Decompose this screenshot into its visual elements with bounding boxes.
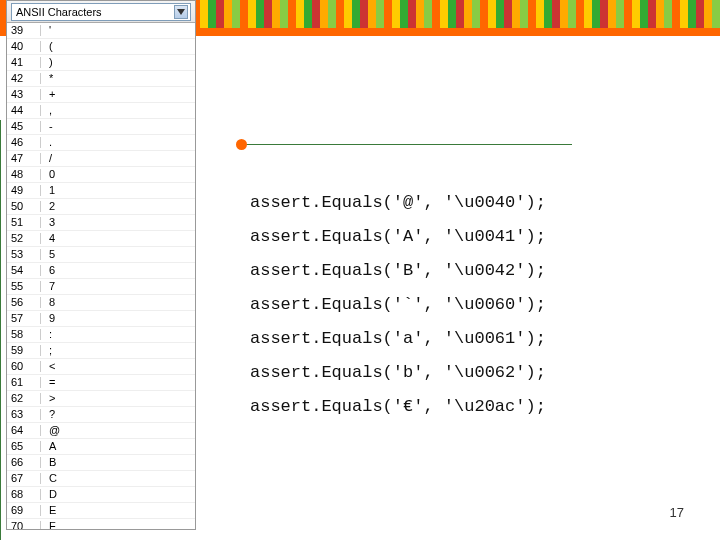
table-row[interactable]: 64@ bbox=[7, 423, 195, 439]
character-grid[interactable]: 39'40(41)42*43+44,45-46.47/4804915025135… bbox=[7, 23, 195, 529]
table-row[interactable]: 68D bbox=[7, 487, 195, 503]
char-code: 61 bbox=[7, 377, 41, 388]
table-row[interactable]: 46. bbox=[7, 135, 195, 151]
charset-dropdown[interactable]: ANSII Characters bbox=[11, 3, 191, 21]
table-row[interactable]: 39' bbox=[7, 23, 195, 39]
char-glyph: ' bbox=[41, 25, 195, 36]
table-row[interactable]: 63? bbox=[7, 407, 195, 423]
char-code: 67 bbox=[7, 473, 41, 484]
char-glyph: 0 bbox=[41, 169, 195, 180]
char-code: 70 bbox=[7, 521, 41, 529]
char-glyph: D bbox=[41, 489, 195, 500]
char-glyph: 2 bbox=[41, 201, 195, 212]
table-row[interactable]: 45- bbox=[7, 119, 195, 135]
table-row[interactable]: 62> bbox=[7, 391, 195, 407]
char-glyph: ) bbox=[41, 57, 195, 68]
panel-header: ANSII Characters bbox=[7, 1, 195, 23]
table-row[interactable]: 61= bbox=[7, 375, 195, 391]
char-glyph: E bbox=[41, 505, 195, 516]
char-glyph: ( bbox=[41, 41, 195, 52]
table-row[interactable]: 568 bbox=[7, 295, 195, 311]
characters-panel: ANSII Characters 39'40(41)42*43+44,45-46… bbox=[6, 0, 196, 530]
char-glyph: A bbox=[41, 441, 195, 452]
char-code: 48 bbox=[7, 169, 41, 180]
table-row[interactable]: 579 bbox=[7, 311, 195, 327]
char-code: 69 bbox=[7, 505, 41, 516]
char-glyph: B bbox=[41, 457, 195, 468]
table-row[interactable]: 67C bbox=[7, 471, 195, 487]
char-code: 39 bbox=[7, 25, 41, 36]
table-row[interactable]: 513 bbox=[7, 215, 195, 231]
char-code: 47 bbox=[7, 153, 41, 164]
table-row[interactable]: 69E bbox=[7, 503, 195, 519]
char-code: 41 bbox=[7, 57, 41, 68]
page-number: 17 bbox=[670, 505, 684, 520]
table-row[interactable]: 491 bbox=[7, 183, 195, 199]
char-glyph: F bbox=[41, 521, 195, 529]
char-glyph: 3 bbox=[41, 217, 195, 228]
char-code: 54 bbox=[7, 265, 41, 276]
char-glyph: , bbox=[41, 105, 195, 116]
char-glyph: / bbox=[41, 153, 195, 164]
main-area: assert.Equals('@', '\u0040'); assert.Equ… bbox=[200, 36, 712, 532]
code-block: assert.Equals('@', '\u0040'); assert.Equ… bbox=[250, 186, 692, 424]
char-code: 65 bbox=[7, 441, 41, 452]
table-row[interactable]: 524 bbox=[7, 231, 195, 247]
char-glyph: > bbox=[41, 393, 195, 404]
char-code: 58 bbox=[7, 329, 41, 340]
char-glyph: * bbox=[41, 73, 195, 84]
char-code: 43 bbox=[7, 89, 41, 100]
char-glyph: . bbox=[41, 137, 195, 148]
char-glyph: ; bbox=[41, 345, 195, 356]
char-code: 53 bbox=[7, 249, 41, 260]
char-code: 40 bbox=[7, 41, 41, 52]
table-row[interactable]: 66B bbox=[7, 455, 195, 471]
table-row[interactable]: 42* bbox=[7, 71, 195, 87]
dropdown-label: ANSII Characters bbox=[16, 6, 102, 18]
char-glyph: 1 bbox=[41, 185, 195, 196]
char-glyph: 7 bbox=[41, 281, 195, 292]
chevron-down-icon[interactable] bbox=[174, 5, 188, 19]
table-row[interactable]: 41) bbox=[7, 55, 195, 71]
table-row[interactable]: 40( bbox=[7, 39, 195, 55]
table-row[interactable]: 535 bbox=[7, 247, 195, 263]
char-code: 50 bbox=[7, 201, 41, 212]
char-glyph: 6 bbox=[41, 265, 195, 276]
char-code: 51 bbox=[7, 217, 41, 228]
table-row[interactable]: 43+ bbox=[7, 87, 195, 103]
table-row[interactable]: 58: bbox=[7, 327, 195, 343]
table-row[interactable]: 557 bbox=[7, 279, 195, 295]
char-code: 62 bbox=[7, 393, 41, 404]
table-row[interactable]: 70F bbox=[7, 519, 195, 529]
char-glyph: : bbox=[41, 329, 195, 340]
char-code: 63 bbox=[7, 409, 41, 420]
table-row[interactable]: 546 bbox=[7, 263, 195, 279]
char-code: 55 bbox=[7, 281, 41, 292]
table-row[interactable]: 47/ bbox=[7, 151, 195, 167]
char-glyph: C bbox=[41, 473, 195, 484]
char-code: 46 bbox=[7, 137, 41, 148]
table-row[interactable]: 65A bbox=[7, 439, 195, 455]
char-code: 68 bbox=[7, 489, 41, 500]
char-glyph: 5 bbox=[41, 249, 195, 260]
table-row[interactable]: 44, bbox=[7, 103, 195, 119]
char-glyph: < bbox=[41, 361, 195, 372]
char-code: 42 bbox=[7, 73, 41, 84]
table-row[interactable]: 502 bbox=[7, 199, 195, 215]
char-code: 45 bbox=[7, 121, 41, 132]
char-glyph: + bbox=[41, 89, 195, 100]
char-code: 60 bbox=[7, 361, 41, 372]
char-code: 59 bbox=[7, 345, 41, 356]
table-row[interactable]: 60< bbox=[7, 359, 195, 375]
char-glyph: 9 bbox=[41, 313, 195, 324]
table-row[interactable]: 480 bbox=[7, 167, 195, 183]
char-glyph: = bbox=[41, 377, 195, 388]
table-row[interactable]: 59; bbox=[7, 343, 195, 359]
char-code: 49 bbox=[7, 185, 41, 196]
char-code: 52 bbox=[7, 233, 41, 244]
char-glyph: @ bbox=[41, 425, 195, 436]
bullet-dot-icon bbox=[236, 139, 247, 150]
char-code: 66 bbox=[7, 457, 41, 468]
char-glyph: - bbox=[41, 121, 195, 132]
char-code: 57 bbox=[7, 313, 41, 324]
